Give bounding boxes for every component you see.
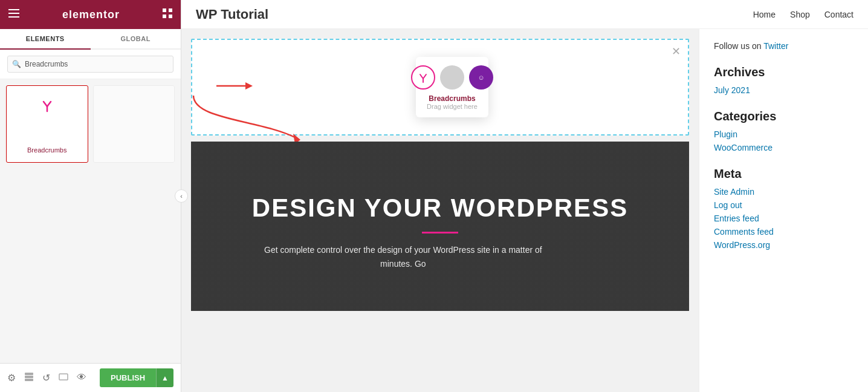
sidebar-archives: Archives July 2021 [714,65,853,95]
search-icon: 🔍 [12,60,21,68]
meta-heading: Meta [714,167,853,181]
hero-description: Get complete control over the design of … [252,243,554,270]
widget-breadcrumbs[interactable]: ⋯ Breadcrumbs [6,85,88,163]
main-content: WP Tutorial Home Shop Contact ✕ [181,0,868,392]
meta-comments-feed[interactable]: Comments feed [714,227,853,237]
canvas-area: ✕ [181,29,699,392]
page-title: WP Tutorial [196,7,268,22]
bottom-toolbar: ⚙ ↺ 👁 PUBLISH ▲ [0,363,181,392]
archives-heading: Archives [714,65,853,79]
sidebar-categories: Categories Plugin WooCommerce [714,109,853,152]
close-button[interactable]: ✕ [672,46,681,57]
meta-site-admin[interactable]: Site Admin [714,187,853,197]
category-woocommerce[interactable]: WooCommerce [714,143,853,152]
main-body: ✕ [181,29,868,392]
categories-heading: Categories [714,109,853,123]
nav-contact[interactable]: Contact [824,10,853,19]
responsive-icon[interactable] [59,372,68,384]
wp-header: WP Tutorial Home Shop Contact [181,0,868,29]
eye-icon[interactable]: 👁 [77,372,86,384]
tab-global[interactable]: GLOBAL [91,29,181,50]
svg-text:☺: ☺ [478,74,484,81]
left-panel: elementor ELEMENTS GLOBAL 🔍 ⋯ [0,0,181,392]
nav-shop[interactable]: Shop [790,10,810,19]
tab-elements[interactable]: ELEMENTS [0,29,91,50]
svg-rect-6 [169,15,172,18]
history-icon[interactable]: ↺ [42,372,50,384]
layers-icon[interactable] [24,372,34,384]
elementor-logo: elementor [62,8,120,21]
search-bar: 🔍 [0,50,181,79]
svg-rect-3 [163,8,166,12]
publish-button[interactable]: PUBLISH [100,368,156,387]
hero-content: DESIGN YOUR WORDPRESS Get complete contr… [252,194,628,270]
widget-popup: ☺ Breadcrumbs Drag widget here [416,57,488,117]
widget-empty[interactable] [93,85,175,163]
svg-rect-5 [163,15,166,18]
svg-rect-13 [59,374,68,380]
popup-breadcrumbs-icon [411,65,435,90]
widget-grid: ⋯ Breadcrumbs [0,79,181,363]
hero-title: DESIGN YOUR WORDPRESS [252,194,628,222]
panel-tabs: ELEMENTS GLOBAL [0,29,181,50]
toolbar-left-icons: ⚙ ↺ 👁 [7,372,86,384]
category-plugin[interactable]: Plugin [714,129,853,139]
hero-section: DESIGN YOUR WORDPRESS Get complete contr… [191,142,689,311]
popup-sublabel: Drag widget here [427,103,478,110]
publish-dropdown-arrow[interactable]: ▲ [156,368,173,387]
meta-log-out[interactable]: Log out [714,200,853,210]
breadcrumbs-widget-label: Breadcrumbs [27,146,66,154]
archive-july-2021[interactable]: July 2021 [714,85,853,95]
meta-wordpress-org[interactable]: WordPress.org [714,240,853,250]
grid-icon[interactable] [163,8,172,21]
widget-popup-icons: ☺ [411,65,493,90]
meta-entries-feed[interactable]: Entries feed [714,214,853,223]
right-sidebar: Follow us on Twitter Archives July 2021 … [699,29,868,392]
canvas-arrow-annotation [216,79,253,96]
popup-grey-icon [440,65,464,90]
svg-rect-0 [8,9,19,10]
svg-rect-10 [25,373,33,375]
hero-divider [422,232,458,234]
main-nav: Home Shop Contact [753,10,853,19]
search-input[interactable] [7,56,173,73]
sidebar-meta: Meta Site Admin Log out Entries feed Com… [714,167,853,250]
popup-label: Breadcrumbs [429,94,475,103]
svg-rect-4 [169,8,172,12]
settings-icon[interactable]: ⚙ [7,372,16,384]
nav-home[interactable]: Home [753,10,776,19]
publish-button-group: PUBLISH ▲ [100,368,173,387]
twitter-link[interactable]: Twitter [763,41,788,51]
top-bar: elementor [0,0,181,29]
breadcrumbs-icon-svg [36,94,58,116]
hamburger-icon[interactable] [8,9,19,20]
svg-rect-11 [25,376,33,378]
svg-marker-15 [245,82,253,90]
svg-rect-2 [8,16,19,18]
svg-rect-12 [25,379,33,381]
drop-zone[interactable]: ✕ [191,39,689,136]
sidebar-follow-section: Follow us on Twitter [714,41,853,51]
panel-collapse-arrow[interactable]: ‹ [175,189,188,203]
svg-rect-1 [8,13,19,14]
popup-purple-icon: ☺ [469,65,493,90]
sidebar-follow-text: Follow us on Twitter [714,41,853,51]
